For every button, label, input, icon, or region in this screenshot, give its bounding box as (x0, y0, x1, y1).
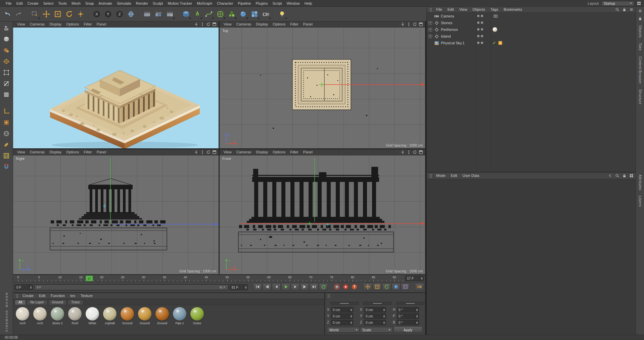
scale-tool-button[interactable] (52, 9, 63, 19)
spinner-arrows-icon[interactable] (349, 314, 353, 319)
record-keyframe-button[interactable] (333, 284, 340, 291)
material-preview-sphere[interactable] (16, 307, 29, 321)
rotate-view-icon[interactable] (412, 22, 417, 27)
render-visibility-dot[interactable] (481, 28, 483, 31)
zoom-view-icon[interactable] (200, 22, 205, 27)
render-view-button[interactable] (142, 9, 152, 19)
menubar-item-simulate[interactable]: Simulate (114, 0, 134, 7)
viewport-canvas-front[interactable]: Front Grid Spacing : 1000 cm YX (220, 155, 425, 274)
object-menu-item-file[interactable]: File (433, 7, 445, 12)
material-tab-ground[interactable]: Ground (48, 300, 67, 305)
editor-visibility-dot[interactable] (477, 28, 479, 31)
rotate-view-icon[interactable] (206, 22, 211, 27)
attribute-menu-item-mode[interactable]: Mode (433, 173, 448, 179)
live-selection-button[interactable] (30, 9, 40, 19)
rotate-view-icon[interactable] (412, 150, 417, 155)
spinner-arrows-icon[interactable] (415, 307, 419, 312)
zoom-view-icon[interactable] (200, 150, 205, 155)
preview-range-track[interactable]: 0 F 91 F (34, 284, 229, 290)
attribute-menu-item-user-data[interactable]: User Data (460, 173, 482, 179)
lock-y-button[interactable]: Y (103, 9, 113, 19)
coordinate-mode-select[interactable]: World (327, 327, 360, 333)
volume-button[interactable] (249, 9, 260, 19)
record-scale-button[interactable] (373, 284, 381, 291)
viewport-menu-item-panel[interactable]: Panel (94, 149, 108, 155)
spinner-arrows-icon[interactable] (415, 314, 419, 319)
material-preview-sphere[interactable] (155, 307, 169, 321)
drag-grip-icon[interactable] (429, 174, 432, 178)
points-mode-button[interactable] (2, 68, 11, 77)
viewport-menu-item-cameras[interactable]: Cameras (28, 21, 47, 27)
expand-icon[interactable]: + (428, 21, 432, 25)
zoom-view-icon[interactable] (406, 22, 411, 27)
object-menu-item-bookmarks[interactable]: Bookmarks (501, 7, 525, 12)
attribute-menu-item-edit[interactable]: Edit (448, 173, 460, 179)
texture-mode-button[interactable] (2, 46, 11, 55)
lock-icon[interactable] (622, 173, 627, 178)
viewport-menu-item-cameras[interactable]: Cameras (234, 21, 254, 27)
rotate-tool-button[interactable] (64, 9, 75, 19)
material-item[interactable]: Asphalt (102, 307, 118, 325)
menubar-item-plugins[interactable]: Plugins (253, 0, 270, 7)
record-parameter-button[interactable]: P (392, 284, 400, 291)
timeline-ruler[interactable]: 17 17 F 05101520253035404550556065707580… (13, 275, 425, 282)
scene-camera-toggle[interactable] (493, 13, 499, 19)
preview-range-handle[interactable]: 0 F 91 F (35, 285, 228, 290)
spinner-arrows-icon[interactable] (244, 285, 247, 290)
menubar-item-animate[interactable]: Animate (96, 0, 114, 7)
coordinate-field-x-0[interactable]: 0 cm (331, 307, 353, 312)
render-visibility-dot[interactable] (481, 15, 483, 17)
material-item[interactable]: Arch (15, 307, 30, 325)
rotate-view-icon[interactable] (206, 150, 211, 155)
material-item[interactable]: Ground (120, 307, 135, 325)
lock-icon[interactable] (622, 7, 627, 12)
coordinate-field-p-2[interactable]: 0 ° (397, 313, 419, 319)
viewport-menu-item-display[interactable]: Display (254, 149, 270, 155)
range-end-field[interactable]: 91 F (230, 284, 248, 290)
menubar-item-window[interactable]: Window (284, 0, 302, 7)
record-position-button[interactable] (363, 284, 372, 291)
next-key-button[interactable] (300, 284, 309, 291)
simulate-button[interactable] (238, 9, 248, 19)
autokeying-button[interactable] (342, 284, 349, 291)
record-rotation-button[interactable] (382, 284, 391, 291)
texture-axis-mode-button[interactable] (2, 118, 11, 127)
material-item[interactable]: Ground (154, 307, 170, 325)
material-menu-item-function[interactable]: Function (48, 293, 67, 299)
viewport-menu-item-filter[interactable]: Filter (81, 149, 94, 155)
add-cube-button[interactable] (181, 9, 191, 19)
material-item[interactable]: Grass (189, 307, 205, 325)
object-menu-item-tags[interactable]: Tags (488, 7, 501, 12)
back-icon[interactable] (608, 173, 613, 178)
dock-tab-content-browser[interactable]: Content Browser (638, 56, 642, 84)
coordinates-group-header[interactable] (396, 302, 424, 305)
keying-settings-button[interactable] (415, 284, 424, 291)
object-row[interactable]: +Perthenon (427, 26, 636, 33)
material-menu-item-edit[interactable]: Edit (36, 293, 48, 299)
paint-mode-button[interactable] (2, 140, 11, 149)
toggle-view-icon[interactable] (418, 22, 423, 27)
editor-visibility-dot[interactable] (477, 42, 479, 44)
material-item[interactable]: Roof (67, 307, 83, 325)
redo-button[interactable] (13, 9, 24, 19)
coordinate-scale-select[interactable]: Scale (360, 327, 393, 333)
material-menu-item-tex[interactable]: tex (67, 293, 78, 299)
panel-menu-icon[interactable] (638, 8, 643, 13)
menubar-item-help[interactable]: Help (302, 0, 315, 7)
solo-mode-button[interactable]: S (2, 129, 11, 138)
menubar-item-pipeline[interactable]: Pipeline (235, 0, 253, 7)
undo-button[interactable] (2, 9, 13, 19)
menubar-item-mesh[interactable]: Mesh (69, 0, 83, 7)
menubar-item-create[interactable]: Create (25, 0, 41, 7)
lock-x-button[interactable]: X (91, 9, 102, 19)
material-tab-trees[interactable]: Trees (67, 300, 83, 305)
object-row[interactable]: Physical Sky.1✓ (427, 40, 636, 46)
coordinate-field-y-1[interactable]: 0 cm (364, 313, 386, 319)
spinner-arrows-icon[interactable] (415, 320, 419, 325)
material-item[interactable]: Pipe 1 (172, 307, 187, 325)
material-item[interactable]: White (85, 307, 100, 325)
search-icon[interactable] (615, 7, 620, 12)
render-visibility-dot[interactable] (481, 35, 483, 37)
grid-icon[interactable] (629, 173, 634, 178)
material-preview-sphere[interactable] (103, 307, 117, 321)
